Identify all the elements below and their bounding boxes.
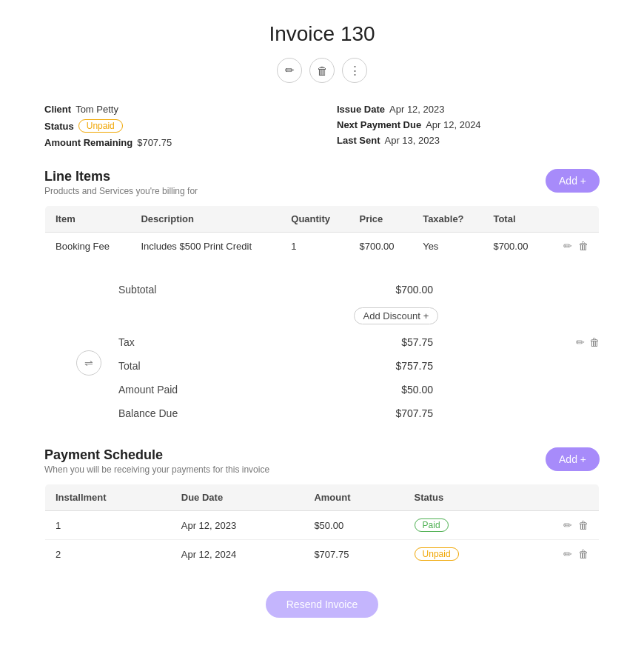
col-status: Status (404, 484, 518, 511)
delete-line-item-icon[interactable]: 🗑 (578, 240, 588, 252)
ps-status-2: Unpaid (404, 540, 518, 569)
payment-schedule-table: Installment Due Date Amount Status 1 Apr… (44, 484, 600, 569)
col-description: Description (130, 206, 281, 233)
add-discount-plus-icon: + (423, 310, 429, 321)
client-value: Tom Petty (76, 104, 118, 115)
line-items-header: Line Items Products and Services you're … (44, 169, 600, 196)
col-price: Price (349, 206, 413, 233)
total-label: Total (118, 360, 229, 372)
edit-line-item-icon[interactable]: ✏ (563, 240, 572, 252)
totals-section: ⇌ Subtotal $700.00 Add Discount + Tax $5… (44, 278, 600, 425)
shuffle-button[interactable]: ⇌ (76, 350, 101, 376)
balance-due-row: Balance Due $707.75 (118, 401, 600, 425)
icon-toolbar: ✏ 🗑 ⋮ (44, 58, 600, 83)
subtotal-row: Subtotal $700.00 (118, 278, 600, 301)
delete-tax-icon[interactable]: 🗑 (589, 336, 600, 348)
table-row: Booking Fee Includes $500 Print Credit 1… (45, 233, 600, 260)
tax-value: $57.75 (359, 336, 433, 348)
resend-area: Resend Invoice (44, 591, 600, 618)
add-discount-label: Add Discount (363, 310, 420, 321)
edit-tax-icon[interactable]: ✏ (576, 336, 585, 348)
table-row: 2 Apr 12, 2024 $707.75 Unpaid ✏ 🗑 (45, 540, 600, 569)
totals-table: Subtotal $700.00 Add Discount + Tax $57.… (118, 278, 600, 425)
client-row: Client Tom Petty (44, 104, 307, 115)
last-sent-label: Last Sent (337, 135, 380, 146)
payment-header-row: Installment Due Date Amount Status (45, 484, 600, 511)
status-row: Status Unpaid (44, 119, 307, 133)
issue-date-value: Apr 12, 2023 (389, 104, 444, 115)
ps-due-date-2: Apr 12, 2024 (171, 540, 304, 569)
row-actions: ✏ 🗑 (557, 240, 588, 252)
cell-quantity: 1 (281, 233, 349, 260)
info-right: Issue Date Apr 12, 2023 Next Payment Due… (337, 104, 600, 148)
col-installment: Installment (45, 484, 171, 511)
delete-payment-1-icon[interactable]: 🗑 (578, 519, 588, 531)
more-options-button[interactable]: ⋮ (342, 58, 367, 83)
delete-payment-2-icon[interactable]: 🗑 (578, 548, 588, 560)
line-items-title: Line Items (44, 169, 198, 184)
table-row: 1 Apr 12, 2023 $50.00 Paid ✏ 🗑 (45, 511, 600, 540)
tax-row: Tax $57.75 ✏ 🗑 (118, 330, 600, 354)
ps-amount-1: $50.00 (303, 511, 403, 540)
ps-row-actions-1: ✏ 🗑 (529, 519, 588, 531)
add-discount-button[interactable]: Add Discount + (354, 307, 439, 324)
edit-payment-2-icon[interactable]: ✏ (563, 548, 572, 560)
edit-payment-1-icon[interactable]: ✏ (563, 519, 572, 531)
shuffle-icon: ⇌ (84, 357, 93, 369)
trash-icon: 🗑 (317, 64, 328, 77)
invoice-title: Invoice 130 (44, 22, 600, 46)
info-left: Client Tom Petty Status Unpaid Amount Re… (44, 104, 307, 148)
edit-button[interactable]: ✏ (277, 58, 302, 83)
cell-price: $700.00 (349, 233, 413, 260)
payment-schedule-title: Payment Schedule (44, 447, 269, 463)
tax-actions: ✏ 🗑 (563, 336, 600, 348)
total-value: $757.75 (359, 360, 433, 372)
amount-remaining-value: $707.75 (137, 137, 172, 148)
delete-button[interactable]: 🗑 (309, 58, 335, 83)
line-items-tbody: Booking Fee Includes $500 Print Credit 1… (45, 233, 600, 260)
cell-description: Includes $500 Print Credit (130, 233, 281, 260)
tax-label: Tax (118, 336, 229, 348)
ps-status-1: Paid (404, 511, 518, 540)
cell-total: $700.00 (483, 233, 546, 260)
col-taxable: Taxable? (412, 206, 483, 233)
add-payment-button[interactable]: Add + (546, 447, 600, 471)
resend-invoice-button[interactable]: Resend Invoice (266, 591, 379, 618)
amount-paid-label: Amount Paid (118, 384, 229, 396)
subtotal-label: Subtotal (118, 284, 229, 296)
ps-status-badge-1: Paid (415, 518, 449, 532)
payment-schedule-tbody: 1 Apr 12, 2023 $50.00 Paid ✏ 🗑 2 Apr 12,… (45, 511, 600, 569)
line-items-subtitle: Products and Services you're billing for (44, 186, 198, 196)
subtotal-value: $700.00 (359, 284, 433, 296)
line-items-title-group: Line Items Products and Services you're … (44, 169, 198, 196)
ps-status-badge-2: Unpaid (415, 547, 459, 561)
issue-date-label: Issue Date (337, 104, 385, 115)
next-payment-value: Apr 12, 2024 (426, 119, 480, 130)
cell-taxable: Yes (412, 233, 483, 260)
col-total: Total (483, 206, 546, 233)
ps-actions-1: ✏ 🗑 (518, 511, 600, 540)
col-ps-actions (518, 484, 600, 511)
next-payment-label: Next Payment Due (337, 119, 421, 130)
balance-due-value: $707.75 (359, 407, 433, 419)
col-amount: Amount (303, 484, 403, 511)
ps-due-date-1: Apr 12, 2023 (171, 511, 304, 540)
amount-paid-row: Amount Paid $50.00 (118, 378, 600, 401)
payment-schedule-section: Payment Schedule When you will be receiv… (44, 447, 600, 569)
client-label: Client (44, 104, 71, 115)
payment-schedule-header: Payment Schedule When you will be receiv… (44, 447, 600, 475)
add-line-item-button[interactable]: Add + (546, 169, 600, 193)
total-row: Total $757.75 (118, 354, 600, 378)
status-label: Status (44, 121, 74, 132)
payment-schedule-subtitle: When you will be receiving your payments… (44, 464, 269, 475)
issue-date-row: Issue Date Apr 12, 2023 (337, 104, 600, 115)
line-items-thead: Item Description Quantity Price Taxable?… (45, 206, 600, 233)
amount-remaining-row: Amount Remaining $707.75 (44, 137, 307, 148)
more-icon: ⋮ (349, 64, 360, 77)
amount-remaining-label: Amount Remaining (44, 137, 133, 148)
col-actions (546, 206, 599, 233)
cell-actions: ✏ 🗑 (546, 233, 599, 260)
next-payment-row: Next Payment Due Apr 12, 2024 (337, 119, 600, 130)
col-quantity: Quantity (281, 206, 349, 233)
discount-row: Add Discount + (118, 301, 600, 330)
